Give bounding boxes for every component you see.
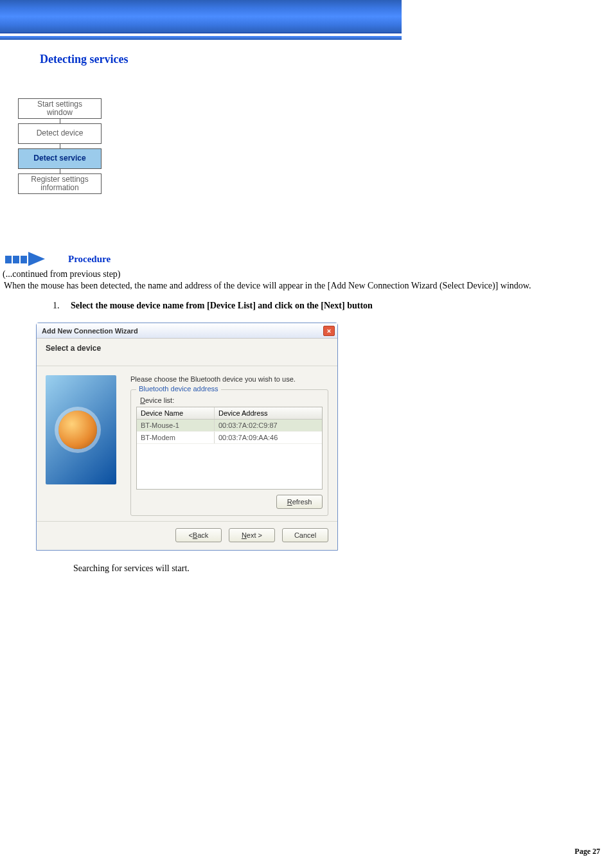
step-instruction: Select the mouse device name from [Devic… <box>71 301 373 311</box>
page-footer: Page 27 <box>574 847 600 856</box>
dialog-footer: < Back Next > Cancel <box>37 521 337 550</box>
device-list-mnemonic: D <box>140 396 145 404</box>
add-new-connection-wizard-dialog: Add New Connection Wizard × Select a dev… <box>36 323 338 551</box>
step-1-row: 1. Select the mouse device name from [De… <box>53 301 613 311</box>
cell-device-address: 00:03:7A:02:C9:87 <box>215 420 322 431</box>
col-header-address: Device Address <box>215 407 322 419</box>
cell-device-name: BT-Mouse-1 <box>137 420 215 431</box>
page-number: 27 <box>592 847 600 856</box>
svg-marker-3 <box>28 252 45 266</box>
device-list-header: Device Name Device Address <box>137 407 322 420</box>
svg-rect-0 <box>5 256 12 263</box>
dialog-prompt-text: Please choose the Bluetooth device you w… <box>130 375 328 383</box>
flow-step-detect-service: Detect service <box>18 148 102 169</box>
dialog-close-button[interactable]: × <box>323 326 335 336</box>
refresh-label-rest: efresh <box>292 498 312 506</box>
dialog-right-pane: Please choose the Bluetooth device you w… <box>130 375 328 516</box>
header-gradient-bar <box>0 0 402 33</box>
flow-connector <box>60 169 60 173</box>
header-gradient-bar-thin <box>0 36 402 40</box>
dialog-illustration <box>46 375 116 484</box>
flow-connector <box>60 119 60 123</box>
page-label: Page <box>574 847 591 856</box>
bluetooth-address-group: Bluetooth device address Device list: De… <box>130 389 328 516</box>
back-button[interactable]: < Back <box>175 528 222 542</box>
flow-step-start-settings: Start settings window <box>18 98 102 119</box>
section-title: Detecting services <box>40 53 613 66</box>
step-number: 1. <box>53 301 71 311</box>
procedure-heading-row: Procedure <box>5 252 613 266</box>
flow-step-register-settings: Register settings information <box>18 173 102 194</box>
cancel-button[interactable]: Cancel <box>282 528 328 542</box>
dialog-subtitle: Select a device <box>37 339 337 366</box>
procedure-label: Procedure <box>68 254 111 265</box>
dialog-titlebar: Add New Connection Wizard × <box>37 323 337 339</box>
next-button[interactable]: Next > <box>229 528 275 542</box>
svg-rect-1 <box>13 256 19 263</box>
table-row[interactable]: BT-Modem 00:03:7A:09:AA:46 <box>137 432 322 444</box>
refresh-mnemonic: R <box>287 498 292 506</box>
cell-device-name: BT-Modem <box>137 432 215 443</box>
table-empty-space <box>137 444 322 489</box>
device-list-table[interactable]: Device Name Device Address BT-Mouse-1 00… <box>136 407 323 490</box>
dialog-body: Please choose the Bluetooth device you w… <box>37 366 337 521</box>
refresh-row: Refresh <box>136 495 323 509</box>
next-label-rest: ext > <box>247 531 262 539</box>
flow-step-detect-device: Detect device <box>18 123 102 144</box>
back-label-rest: ack <box>197 531 208 539</box>
col-header-name: Device Name <box>137 407 215 419</box>
next-mnemonic: N <box>242 531 247 539</box>
continued-note: (...continued from previous step) <box>3 269 613 280</box>
dialog-title-text: Add New Connection Wizard <box>42 327 138 335</box>
after-dialog-text: Searching for services will start. <box>73 563 613 574</box>
flow-diagram: Start settings window Detect device Dete… <box>18 98 613 194</box>
procedure-arrow-icon <box>5 252 45 266</box>
refresh-button[interactable]: Refresh <box>276 495 323 509</box>
group-label: Bluetooth device address <box>136 385 221 393</box>
table-row[interactable]: BT-Mouse-1 00:03:7A:02:C9:87 <box>137 420 322 432</box>
device-list-label: Device list: <box>140 396 323 404</box>
intro-paragraph: When the mouse has been detected, the na… <box>4 280 613 292</box>
svg-rect-2 <box>21 256 27 263</box>
flow-connector <box>60 144 60 148</box>
cell-device-address: 00:03:7A:09:AA:46 <box>215 432 322 443</box>
back-mnemonic: B <box>193 531 197 539</box>
device-list-label-rest: evice list: <box>145 396 174 404</box>
